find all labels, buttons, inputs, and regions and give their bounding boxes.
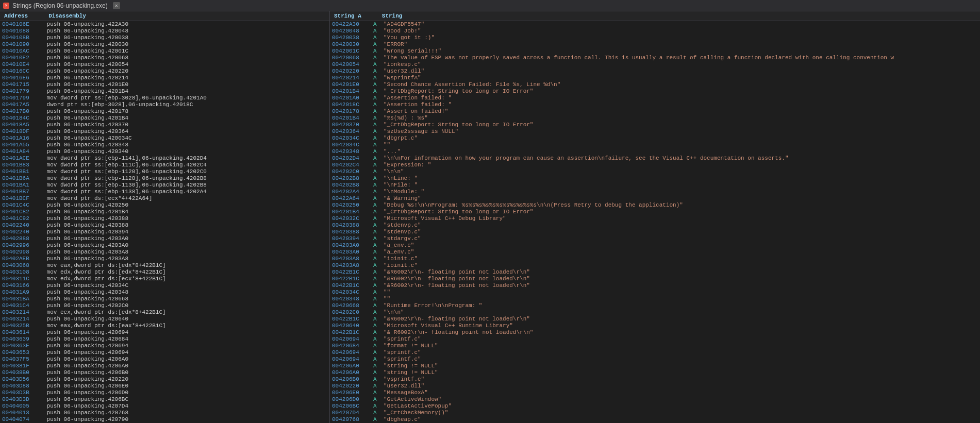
table-row[interactable]: 004201A0A"Assertion failed: " <box>330 95 980 101</box>
table-row[interactable]: 004206A0A"string != NULL" <box>330 363 980 369</box>
table-row[interactable]: 004203A0A"a_env.c" <box>330 242 980 249</box>
table-row[interactable]: 004018A5 push 06-unpacking.420370 <box>0 122 329 128</box>
table-row[interactable]: 00401A84 push 06-unpacking.420340 <box>0 148 329 155</box>
table-row[interactable]: 00401090 push 06-unpacking.420030 <box>0 41 329 48</box>
table-row[interactable]: 00403D3B push 06-unpacking.4206D0 <box>0 390 329 396</box>
table-row[interactable]: 00420030A"ERROR" <box>330 41 980 48</box>
table-row[interactable]: 0040311C mov edx,dword ptr ds:[ecx*8+422… <box>0 276 329 282</box>
table-row[interactable]: 00420694A"sprintf.c" <box>330 349 980 356</box>
table-row[interactable]: 004201B4A"_CrtDbgReport: String too long… <box>330 88 980 95</box>
table-row[interactable]: 00403108 mov edx,dword ptr ds:[edx*8+422… <box>0 269 329 276</box>
table-row[interactable]: 0042018CA"Assertion failed: " <box>330 101 980 108</box>
table-row[interactable]: 00404013 push 06-unpacking.420768 <box>0 410 329 416</box>
table-row[interactable]: 00420694A"sprintf.c" <box>330 336 980 343</box>
table-row[interactable]: 00422B1CA"&R6002\r\n- floating point not… <box>330 269 980 276</box>
table-row[interactable]: 00402240 push 06-unpacking.420388 <box>0 222 329 229</box>
table-row[interactable]: 004202B8A"\nFile: " <box>330 182 980 189</box>
table-row[interactable]: 00422B1CA"&R6002\r\n- floating point not… <box>330 316 980 323</box>
table-row[interactable]: 00403D3D push 06-unpacking.4206BC <box>0 396 329 403</box>
table-row[interactable]: 00403639 push 06-unpacking.420684 <box>0 336 329 343</box>
table-row[interactable]: 0040381F push 06-unpacking.4206A0 <box>0 363 329 369</box>
table-row[interactable]: 004017B0 push 06-unpacking.420178 <box>0 108 329 115</box>
table-row[interactable]: 0040106E push 06-unpacking.422A30 <box>0 21 329 28</box>
table-row[interactable]: 004037F5 push 06-unpacking.4206A0 <box>0 356 329 363</box>
table-row[interactable]: 00420388A"stdenvp.c" <box>330 229 980 235</box>
table-row[interactable]: 00420220A"user32.dll" <box>330 383 980 390</box>
table-row[interactable]: 004202C0A"\n\n" <box>330 309 980 316</box>
table-row[interactable]: 00403653 push 06-unpacking.420694 <box>0 349 329 356</box>
table-row[interactable]: 004202B8A"\nLine: " <box>330 175 980 182</box>
table-row[interactable]: 00420220A"user32.dll" <box>330 68 980 75</box>
table-row[interactable]: 00403D56 push 06-unpacking.420220 <box>0 376 329 383</box>
table-row[interactable]: 004207D4A"_CrtCheckMemory()" <box>330 410 980 416</box>
table-row[interactable]: 00401C82 push 06-unpacking.4201B4 <box>0 209 329 215</box>
table-row[interactable]: 00403D88 push 06-unpacking.4206E0 <box>0 383 329 390</box>
table-row[interactable]: 00422A30A"AD4GDF5547" <box>330 21 980 28</box>
table-row[interactable]: 00420640A"Microsoft Visual C++ Runtime L… <box>330 323 980 329</box>
table-row[interactable]: 00422B1CA"&R6002\r\n- floating point not… <box>330 282 980 289</box>
table-row[interactable]: 00402996 push 06-unpacking.4203A0 <box>0 242 329 249</box>
table-row[interactable]: 00420394A"stdargv.c" <box>330 235 980 242</box>
table-row[interactable]: 00401BCF mov dword ptr ds:[ecx*4+422A64] <box>0 195 329 202</box>
table-row[interactable]: 00401088 push 06-unpacking.420048 <box>0 28 329 35</box>
table-row[interactable]: 004202C0A"\n\n" <box>330 168 980 175</box>
close-button[interactable]: ✕ <box>3 3 9 9</box>
table-row[interactable]: 00420364A"szUse2sssage is NULL" <box>330 128 980 135</box>
table-row[interactable]: 004206A0A"string != NULL" <box>330 369 980 376</box>
table-row[interactable]: 00420038A"You got it :)" <box>330 35 980 41</box>
table-row[interactable]: 00420178A"Assert on failed!" <box>330 108 980 115</box>
table-row[interactable]: 004206D0A"GetActiveWindow" <box>330 396 980 403</box>
table-row[interactable]: 004206B0A"vsprintf.c" <box>330 376 980 383</box>
table-row[interactable]: 004038B0 push 06-unpacking.4206B0 <box>0 369 329 376</box>
table-row[interactable]: 00420684A"format != NULL" <box>330 343 980 349</box>
table-row[interactable]: 00420214A"wsprintfA" <box>330 75 980 81</box>
table-row[interactable]: 00420250A"Debug %s!\n\nProgram: %s%s%s%s… <box>330 202 980 209</box>
table-row[interactable]: 00403614 push 06-unpacking.420694 <box>0 329 329 336</box>
table-row[interactable]: 004016E6 push 06-unpacking.420214 <box>0 75 329 81</box>
table-row[interactable]: 004031C4 push 06-unpacking.4202C0 <box>0 302 329 309</box>
table-row[interactable]: 00401A55 push 06-unpacking.420348 <box>0 142 329 148</box>
table-row[interactable]: 00402888 push 06-unpacking.4203A0 <box>0 235 329 242</box>
table-row[interactable]: 00403214 mov ecx,dword ptr ds:[edx*8+422… <box>0 309 329 316</box>
table-row[interactable]: 00403214 push 06-unpacking.420640 <box>0 316 329 323</box>
table-row[interactable]: 0042034CA"dbgrpt.c" <box>330 135 980 142</box>
table-row[interactable]: 00404005 push 06-unpacking.4207D4 <box>0 403 329 410</box>
table-row[interactable]: 00422B1CA"&R6002\r\n- floating point not… <box>330 276 980 282</box>
table-row[interactable]: 00401A16 push 06-unpacking.420034C <box>0 135 329 142</box>
table-row[interactable]: 00401779 push 06-unpacking.4201B4 <box>0 88 329 95</box>
table-row[interactable]: 00403166 push 06-unpacking.42034C <box>0 282 329 289</box>
table-row[interactable]: 00401715 push 06-unpacking.4201E0 <box>0 81 329 88</box>
table-row[interactable]: 004206BCA"GetLastActivePopup" <box>330 403 980 410</box>
table-row[interactable]: 00420668A"Runtime Error!\n\nProgram: " <box>330 302 980 309</box>
table-row[interactable]: 00422B1CA"& R6002\r\n- floating point no… <box>330 329 980 336</box>
table-row[interactable]: 00420388A"stdenvp.c" <box>330 222 980 229</box>
table-row[interactable]: 004018DF push 06-unpacking.420364 <box>0 128 329 135</box>
table-row[interactable]: 0040325B mov eax,dword ptr ds:[eax*8+422… <box>0 323 329 329</box>
table-row[interactable]: 0040363E push 06-unpacking.420694 <box>0 343 329 349</box>
table-row[interactable]: 004017A5 dword ptr ss:[ebp-3028],06-unpa… <box>0 101 329 108</box>
table-row[interactable]: 00401C92 push 06-unpacking.420388 <box>0 215 329 222</box>
table-row[interactable]: 00420348A"..." <box>330 148 980 155</box>
table-row[interactable]: 004203A8A"ioinit.c" <box>330 262 980 269</box>
tab-close-button[interactable]: ✕ <box>113 2 120 9</box>
table-row[interactable]: 0042034CA"" <box>330 142 980 148</box>
table-row[interactable]: 00422A64A"& Warning" <box>330 195 980 202</box>
table-row[interactable]: 00420068A"The value of ESP was not prope… <box>330 55 980 61</box>
table-row[interactable]: 00401ACE mov dword ptr ss:[ebp-1141],06-… <box>0 155 329 162</box>
table-row[interactable]: 00402240 push 06-unpacking.420394 <box>0 229 329 235</box>
table-row[interactable]: 00402998 push 06-unpacking.4203A8 <box>0 249 329 256</box>
table-row[interactable]: 00404074 push 06-unpacking.420790 <box>0 416 329 423</box>
table-row[interactable]: 004010E2 push 06-unpacking.420068 <box>0 55 329 61</box>
table-row[interactable]: 004202C4A"Expression: " <box>330 162 980 168</box>
table-row[interactable]: 004202D4A"\n\nFor information on how you… <box>330 155 980 162</box>
table-row[interactable]: 00420768A"dbgheap.c" <box>330 416 980 423</box>
table-row[interactable]: 0040184C push 06-unpacking.4201B4 <box>0 115 329 122</box>
table-row[interactable]: 004202A4A"\nModule: " <box>330 189 980 195</box>
left-panel[interactable]: Address Disassembly 0040106E push 06-unp… <box>0 11 330 423</box>
table-row[interactable]: 004010AC push 06-unpacking.42001C <box>0 48 329 55</box>
table-row[interactable]: 00403068 mov eax,dword ptr ds:[edx*8+422… <box>0 262 329 269</box>
table-row[interactable]: 00401B83 mov dword ptr ss:[ebp-111C],06-… <box>0 162 329 168</box>
table-row[interactable]: 004203A8A"ioinit.c" <box>330 256 980 262</box>
table-row[interactable]: 00401799 mov dword ptr ss:[ebp-3028],06-… <box>0 95 329 101</box>
table-row[interactable]: 004201B4A"%s(%d) : %s" <box>330 115 980 122</box>
